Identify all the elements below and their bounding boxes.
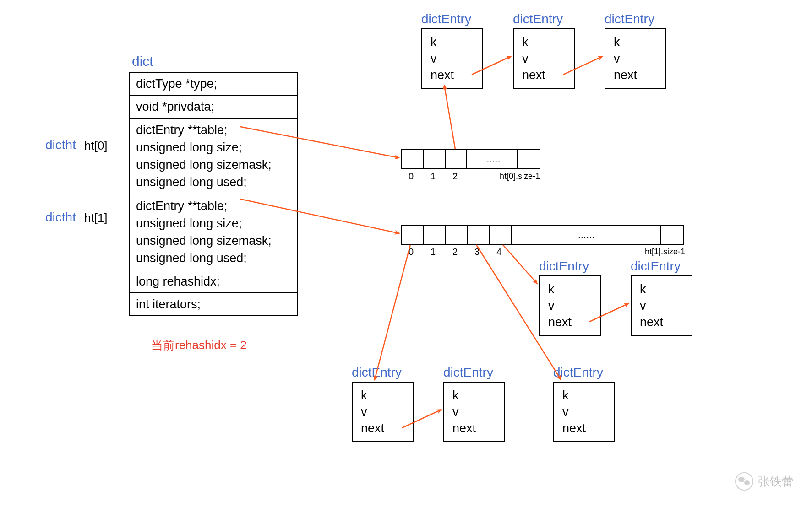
dictentry-label: dictEntry [605, 12, 654, 27]
diagram-canvas: dict dictht ht[0] dictht ht[1] dictType … [0, 0, 812, 507]
dict-struct: dictType *type; void *privdata; dictEntr… [129, 72, 298, 316]
dictentry-node: k v next [443, 382, 505, 442]
dictentry-node: k v next [352, 382, 414, 442]
dictentry-node: k v next [553, 382, 615, 442]
entry-k: k [361, 387, 404, 404]
dictentry-label: dictEntry [443, 365, 493, 380]
bucket-index-label: 0 [409, 247, 414, 257]
entry-next: next [452, 420, 496, 437]
struct-line: unsigned long sizemask; [136, 232, 291, 249]
bucket-index-label: 4 [496, 247, 501, 257]
dictht-label-0: dictht [45, 138, 76, 152]
rehashidx-note: 当前rehashidx = 2 [151, 337, 247, 353]
bucket-ellipsis: ...... [467, 150, 518, 168]
bucket-ellipsis: ...... [512, 226, 661, 244]
dictentry-node: k v next [631, 275, 692, 336]
watermark: 张铁蕾 [735, 472, 794, 491]
ht0-bucket-array: ...... [401, 149, 540, 169]
bucket-cell [518, 150, 540, 168]
bucket-cell [446, 226, 468, 244]
svg-line-2 [444, 85, 455, 149]
struct-row: void *privdata; [130, 96, 297, 119]
bucket-index-label: 2 [452, 171, 458, 182]
entry-v: v [361, 404, 404, 420]
bucket-cell [490, 226, 512, 244]
ht1-last-label: ht[1].size-1 [645, 247, 685, 257]
entry-v: v [452, 404, 496, 420]
struct-line: dictEntry **table; [136, 197, 291, 215]
entry-k: k [522, 34, 566, 50]
entry-v: v [522, 50, 566, 67]
dictentry-node: k v next [513, 28, 575, 89]
svg-line-7 [375, 245, 410, 380]
bucket-index-label: 1 [431, 247, 436, 257]
entry-v: v [640, 297, 683, 314]
struct-line: unsigned long size; [136, 139, 291, 156]
bucket-cell [402, 226, 424, 244]
struct-row-ht0: dictEntry **table; unsigned long size; u… [130, 119, 297, 194]
struct-row: long rehashidx; [130, 270, 297, 293]
ht1-label: ht[1] [84, 211, 108, 225]
entry-k: k [431, 34, 474, 50]
entry-k: k [614, 34, 657, 50]
dictentry-label: dictEntry [553, 365, 603, 380]
wechat-icon [735, 472, 753, 491]
entry-k: k [562, 387, 606, 404]
bucket-cell [424, 226, 446, 244]
bucket-cell [661, 226, 683, 244]
dictht-label-1: dictht [45, 210, 76, 225]
entry-k: k [548, 281, 592, 297]
entry-next: next [431, 67, 474, 83]
struct-row: int iterators; [130, 293, 297, 315]
entry-next: next [548, 314, 592, 330]
entry-v: v [562, 404, 606, 420]
struct-line: unsigned long sizemask; [136, 156, 291, 173]
bucket-index-label: 2 [452, 247, 458, 257]
entry-k: k [640, 281, 683, 297]
struct-line: unsigned long used; [136, 173, 291, 191]
struct-row: dictType *type; [130, 73, 297, 96]
entry-v: v [431, 50, 474, 67]
entry-v: v [614, 50, 657, 67]
struct-row-ht1: dictEntry **table; unsigned long size; u… [130, 194, 297, 270]
bucket-index-label: 0 [409, 171, 414, 182]
dictentry-label: dictEntry [631, 259, 681, 274]
bucket-index-label: 3 [474, 247, 480, 257]
dictentry-node: k v next [605, 28, 666, 89]
dictentry-label: dictEntry [539, 259, 589, 274]
bucket-cell [424, 150, 445, 168]
dictentry-node: k v next [421, 28, 483, 89]
entry-next: next [522, 67, 566, 83]
bucket-cell [446, 150, 467, 168]
entry-next: next [614, 67, 657, 83]
dict-title: dict [132, 54, 153, 69]
dictentry-label: dictEntry [421, 12, 471, 27]
dictentry-node: k v next [539, 275, 601, 336]
watermark-text: 张铁蕾 [758, 474, 794, 490]
ht0-label: ht[0] [84, 139, 108, 153]
entry-v: v [548, 297, 592, 314]
svg-line-5 [503, 245, 537, 284]
bucket-index-label: 1 [431, 171, 436, 182]
struct-line: dictEntry **table; [136, 121, 291, 139]
ht0-last-label: ht[0].size-1 [500, 172, 540, 181]
bucket-cell [468, 226, 490, 244]
bucket-cell [402, 150, 424, 168]
dictentry-label: dictEntry [513, 12, 563, 27]
dictentry-label: dictEntry [352, 365, 402, 380]
entry-next: next [562, 420, 606, 437]
struct-line: unsigned long used; [136, 249, 291, 267]
entry-k: k [452, 387, 496, 404]
struct-line: unsigned long size; [136, 215, 291, 232]
ht1-bucket-array: ...... [401, 225, 684, 245]
entry-next: next [640, 314, 683, 330]
entry-next: next [361, 420, 404, 437]
